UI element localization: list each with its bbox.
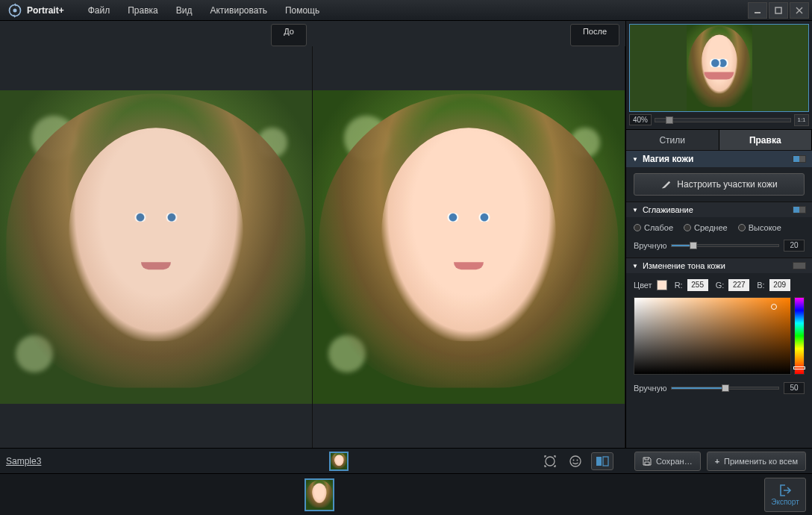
b-value[interactable]: 209 [769,279,790,291]
tab-edit[interactable]: Правка [719,130,813,150]
brush-icon [660,179,671,190]
zoom-slider[interactable] [655,118,791,122]
r-value[interactable]: 255 [687,279,708,291]
after-label: После [570,24,619,46]
compare-view-button[interactable] [591,452,613,470]
svg-point-6 [546,457,555,466]
titlebar: Portrait+ Файл Правка Вид Активировать П… [0,0,812,21]
smoothing-weak[interactable]: Слабое [634,223,673,232]
skintone-manual-label: Вручную [634,384,666,393]
section-skin-tone[interactable]: ▼ Изменение тона кожи [626,258,812,273]
section-title: Изменение тона кожи [643,261,725,270]
close-button[interactable] [790,2,809,19]
svg-point-8 [572,459,574,461]
zoom-fit-button[interactable]: 1:1 [794,114,809,126]
filmstrip: Экспорт [0,473,812,515]
chevron-down-icon: ▼ [632,156,638,163]
smoothing-slider[interactable] [671,244,779,247]
skintone-slider[interactable] [671,387,779,390]
smoothing-high[interactable]: Высокое [738,223,781,232]
menu-edit[interactable]: Правка [119,5,167,16]
smiley-icon[interactable] [566,452,585,471]
side-panel: 40% 1:1 Стили Правка ▼ Магия кожи Настро… [625,21,812,448]
maximize-button[interactable] [769,2,788,19]
svg-point-1 [13,8,17,12]
smoothing-toggle[interactable] [793,206,806,213]
plus-icon: + [715,457,719,466]
after-image-pane[interactable] [313,46,625,448]
save-button[interactable]: Сохран… [634,452,701,471]
section-skin-magic[interactable]: ▼ Магия кожи [626,150,812,167]
filmstrip-thumbnail[interactable] [304,478,334,511]
configure-skin-areas-button[interactable]: Настроить участки кожи [634,173,805,196]
app-icon [7,3,22,18]
save-icon [643,457,652,466]
current-thumbnail[interactable] [329,452,349,471]
section-title: Магия кожи [643,154,693,164]
skintone-value[interactable]: 50 [784,382,805,394]
navigator-preview: 40% 1:1 [626,21,812,129]
g-label: G: [716,281,725,290]
image-viewer: До После [0,21,625,448]
skin-magic-toggle[interactable] [793,155,806,163]
bottom-toolbar: Sample3 Сохран… + Применить ко всем [0,448,812,473]
menu-file[interactable]: Файл [79,5,119,16]
r-label: R: [675,281,683,290]
svg-point-7 [570,456,581,466]
smoothing-value[interactable]: 20 [784,240,805,252]
before-image-pane[interactable] [0,46,313,448]
color-picker-hue[interactable] [794,297,805,375]
g-value[interactable]: 227 [728,279,749,291]
color-swatch[interactable] [657,280,667,290]
zoom-percent: 40% [629,114,652,125]
before-label: До [271,24,307,46]
section-smoothing[interactable]: ▼ Сглаживание [626,202,812,217]
smoothing-manual-label: Вручную [634,241,666,250]
export-icon [778,484,792,496]
section-title: Сглаживание [643,205,693,214]
smoothing-medium[interactable]: Среднее [684,223,728,232]
menu-view[interactable]: Вид [167,5,202,16]
tab-styles[interactable]: Стили [626,130,719,150]
b-label: B: [757,281,764,290]
project-name[interactable]: Sample3 [6,456,41,466]
face-detect-icon[interactable] [540,452,560,471]
menu-activate[interactable]: Активировать [201,5,275,16]
app-name: Portrait+ [27,5,64,16]
chevron-down-icon: ▼ [632,207,638,213]
chevron-down-icon: ▼ [632,263,638,269]
apply-all-button[interactable]: + Применить ко всем [707,452,806,471]
minimize-button[interactable] [748,2,767,19]
color-picker-satval[interactable] [634,297,791,375]
skin-tone-toggle[interactable] [793,262,806,269]
svg-rect-11 [603,457,608,466]
export-button[interactable]: Экспорт [764,478,806,512]
color-label: Цвет [634,281,652,290]
svg-point-9 [576,459,578,461]
svg-rect-10 [596,457,602,466]
menu-help[interactable]: Помощь [276,5,328,16]
svg-rect-3 [775,7,781,13]
navigator-image[interactable] [629,24,809,112]
